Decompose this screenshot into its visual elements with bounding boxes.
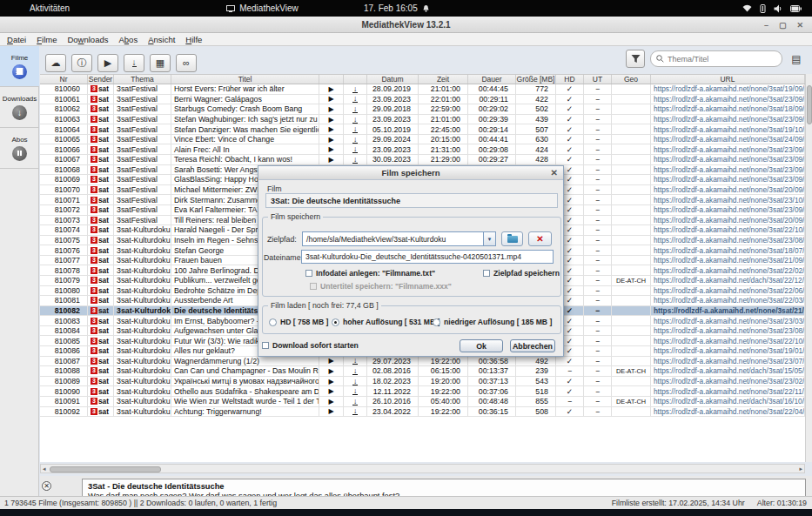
- download-button[interactable]: ↓: [344, 357, 367, 366]
- close-button[interactable]: ✕: [796, 21, 803, 30]
- description-close-icon[interactable]: ✕: [42, 481, 51, 491]
- play-button[interactable]: ▶: [319, 397, 344, 406]
- horizontal-scroll-thumb[interactable]: [50, 466, 161, 472]
- table-row[interactable]: 8100923sat3sat-KulturdokuAchtung: Trigge…: [40, 407, 805, 418]
- play-button[interactable]: ▶: [319, 135, 344, 144]
- column-header-datum[interactable]: Datum: [367, 75, 419, 84]
- zielpfad-combobox[interactable]: /home/sla/MediathekView/3sat-Kulturdoku …: [302, 231, 496, 246]
- search-input[interactable]: [668, 55, 770, 64]
- column-header-nr[interactable]: Nr: [40, 75, 88, 84]
- table-row[interactable]: 8100673sat3satFestivalTeresa Reichl: Oba…: [40, 155, 805, 165]
- focused-app-menu[interactable]: MediathekView: [226, 3, 299, 13]
- download-button[interactable]: ↓: [344, 95, 367, 104]
- menu-filme[interactable]: Filme: [31, 35, 62, 44]
- combo-dropdown-icon[interactable]: ▼: [483, 232, 495, 245]
- menu-downloads[interactable]: Downloads: [62, 35, 113, 44]
- radio-hohe-aufloesung[interactable]: hoher Auflösung [ 531 MB ]: [332, 318, 440, 326]
- download-button[interactable]: ↓: [344, 386, 367, 396]
- filter-button[interactable]: [626, 50, 645, 68]
- radio-hd[interactable]: HD [ 758 MB ]: [269, 318, 328, 326]
- film-info-panel-button[interactable]: ▤: [788, 50, 805, 68]
- table-row[interactable]: 8100633sat3satFestivalStefan Waghubinger…: [40, 115, 805, 125]
- menu-datei[interactable]: Datei: [2, 35, 31, 44]
- download-button[interactable]: ↓: [124, 54, 144, 72]
- column-header-geo[interactable]: Geo: [612, 75, 651, 84]
- ok-button[interactable]: Ok: [460, 339, 503, 352]
- menu-ansicht[interactable]: Ansicht: [143, 35, 180, 44]
- sidebar-item-filme[interactable]: Filme: [0, 46, 39, 87]
- play-button[interactable]: ▶: [319, 357, 344, 366]
- column-header-zeit[interactable]: Zeit: [419, 75, 468, 84]
- activities-button[interactable]: Aktivitäten: [30, 3, 70, 13]
- choose-folder-button[interactable]: [501, 231, 523, 246]
- download-button[interactable]: ↓: [344, 135, 367, 144]
- play-button[interactable]: ▶: [319, 104, 344, 114]
- radio-niedrige-aufloesung[interactable]: niedriger Auflösung [ 185 MB ]: [433, 318, 552, 326]
- download-button[interactable]: ↓: [344, 155, 367, 164]
- play-button[interactable]: ▶: [319, 366, 344, 376]
- download-button[interactable]: ↓: [344, 377, 367, 386]
- link-button[interactable]: ∞: [176, 54, 197, 72]
- menu-abos[interactable]: Abos: [113, 35, 143, 44]
- column-header-titel[interactable]: Titel: [171, 75, 319, 84]
- system-tray[interactable]: [742, 4, 802, 13]
- dateiname-input[interactable]: 3sat-Kulturdoku-Die_deutsche_Identitätss…: [301, 250, 554, 264]
- column-header-hd[interactable]: HD: [556, 75, 584, 84]
- scroll-left-icon[interactable]: ◂: [41, 466, 48, 472]
- column-header[interactable]: [344, 75, 367, 84]
- abbrechen-button[interactable]: Abbrechen: [510, 339, 555, 352]
- delete-path-button[interactable]: ✕: [528, 231, 552, 246]
- sidebar-item-downloads[interactable]: Downloads ↓: [0, 87, 39, 128]
- download-button[interactable]: ↓: [344, 124, 367, 134]
- table-row[interactable]: 8100613sat3satFestivalBerni Wagner: Galá…: [40, 95, 805, 105]
- play-button[interactable]: ▶: [319, 84, 344, 94]
- column-header[interactable]: [319, 75, 344, 84]
- table-row[interactable]: 8100623sat3satFestivalStarbugs Comedy: C…: [40, 104, 805, 115]
- maximize-button[interactable]: ▢: [779, 21, 787, 30]
- table-row[interactable]: 8100603sat3satFestivalHorst Evers: Frühe…: [40, 84, 805, 95]
- table-row[interactable]: 8100663sat3satFestivalAlain Frec: All In…: [40, 144, 805, 155]
- table-row[interactable]: 8100913sat3sat-KulturdokuWie Wien zur We…: [40, 397, 805, 407]
- download-button[interactable]: ↓: [344, 115, 367, 124]
- play-button[interactable]: ▶: [319, 386, 344, 396]
- download-sofort-checkbox[interactable]: Download sofort starten: [262, 341, 359, 350]
- column-header-url[interactable]: URL: [651, 75, 805, 84]
- table-row[interactable]: 8100873sat3sat-KulturdokuWagnerdämmerung…: [40, 357, 805, 367]
- table-row[interactable]: 8100893sat3sat-KulturdokuУкраїнські митц…: [40, 377, 805, 387]
- minimize-button[interactable]: –: [764, 21, 768, 30]
- download-button[interactable]: ↓: [344, 84, 367, 94]
- dialog-title-bar[interactable]: Film speichern ✕: [258, 166, 563, 180]
- table-row[interactable]: 8100903sat3sat-KulturdokuOthello aus Süd…: [40, 386, 805, 397]
- download-button[interactable]: ↓: [344, 397, 367, 406]
- play-button[interactable]: ▶: [97, 54, 118, 72]
- column-header-thema[interactable]: Thema: [114, 75, 171, 84]
- infodatei-checkbox[interactable]: Infodatei anlegen: "Filmname.txt": [305, 269, 435, 278]
- column-header-gremb[interactable]: Größe [MB]: [516, 75, 556, 84]
- play-button[interactable]: ▶: [319, 95, 344, 104]
- vertical-scrollbar[interactable]: [805, 74, 812, 462]
- menu-hilfe[interactable]: Hilfe: [180, 35, 207, 44]
- vertical-scroll-thumb[interactable]: [807, 85, 812, 124]
- column-header-sender[interactable]: Sender: [88, 75, 114, 84]
- sidebar-item-abos[interactable]: Abos: [0, 128, 39, 169]
- play-button[interactable]: ▶: [319, 407, 344, 417]
- load-filmlist-button[interactable]: ☁: [45, 54, 66, 72]
- dialog-close-icon[interactable]: ✕: [551, 168, 558, 178]
- table-row[interactable]: 8100883sat3sat-KulturdokuCan Can und Cha…: [40, 366, 805, 377]
- play-button[interactable]: ▶: [319, 124, 344, 134]
- download-button[interactable]: ↓: [344, 144, 367, 154]
- info-button[interactable]: ⓘ: [71, 54, 92, 72]
- play-button[interactable]: ▶: [319, 115, 344, 124]
- download-button[interactable]: ↓: [344, 366, 367, 376]
- zielpfad-speichern-checkbox[interactable]: Zielpfad speichern: [483, 269, 560, 278]
- download-button[interactable]: ↓: [344, 407, 367, 417]
- table-row[interactable]: 8100643sat3satFestivalStefan Danziger: W…: [40, 124, 805, 135]
- column-header-dauer[interactable]: Dauer: [468, 75, 516, 84]
- download-button[interactable]: ↓: [344, 104, 367, 114]
- column-header-ut[interactable]: UT: [584, 75, 612, 84]
- play-button[interactable]: ▶: [319, 155, 344, 164]
- play-button[interactable]: ▶: [319, 144, 344, 154]
- horizontal-scrollbar[interactable]: ◂ ▸: [40, 464, 805, 473]
- table-row[interactable]: 8100653sat3satFestivalVince Ebert: Vince…: [40, 135, 805, 145]
- clock-menu[interactable]: 17. Feb 16:05: [364, 3, 430, 13]
